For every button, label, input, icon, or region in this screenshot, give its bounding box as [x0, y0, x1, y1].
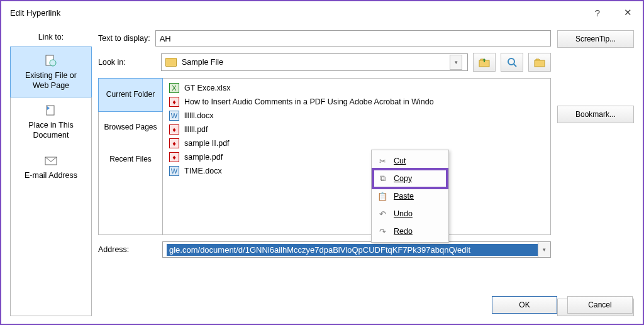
- svg-line-6: [514, 64, 516, 67]
- edit-hyperlink-dialog: Edit Hyperlink ? ✕ Link to: Existing Fil…: [0, 0, 644, 325]
- address-label: Address:: [98, 245, 156, 254]
- pdf-icon: ♦: [169, 124, 179, 135]
- dialog-title: Edit Hyperlink: [10, 8, 60, 18]
- link-to-email[interactable]: E-mail Address: [11, 147, 91, 187]
- envelope-icon: [43, 153, 58, 168]
- cancel-button[interactable]: Cancel: [567, 296, 633, 314]
- svg-point-1: [50, 60, 56, 66]
- link-to-existing-file[interactable]: Existing File or Web Page: [10, 47, 92, 97]
- text-to-display-label: Text to display:: [98, 34, 150, 43]
- list-item[interactable]: Wllllll.docx: [164, 109, 549, 123]
- pdf-icon: ♦: [169, 97, 179, 107]
- ctx-copy[interactable]: ⧉ Copy: [374, 170, 447, 187]
- look-in-value: Sample File: [182, 58, 223, 67]
- link-to-place-in-doc[interactable]: Place in This Document: [11, 97, 91, 146]
- address-combobox[interactable]: gle.com/document/d/1GNNi6ailhMcczye7dpaB…: [162, 241, 551, 258]
- redo-icon: ↷: [377, 226, 387, 236]
- tab-recent-files[interactable]: Recent Files: [99, 143, 162, 176]
- chevron-down-icon[interactable]: ▾: [450, 55, 462, 70]
- context-menu: ✂ Cut ⧉ Copy 📋 Paste ↶ Undo ↷ Redo: [371, 150, 449, 243]
- svg-point-5: [508, 58, 514, 65]
- globe-page-icon: [43, 53, 58, 69]
- text-to-display-row: Text to display:: [98, 30, 551, 47]
- chevron-down-icon[interactable]: ▾: [538, 242, 550, 257]
- look-in-dropdown[interactable]: Sample File ▾: [161, 53, 468, 71]
- dialog-footer-buttons: OK Cancel: [492, 296, 633, 314]
- list-item[interactable]: WTIME.docx: [164, 164, 549, 178]
- folder-icon: [165, 58, 177, 67]
- file-list[interactable]: XGT Exce.xlsx ♦How to Insert Audio Comme…: [163, 79, 550, 234]
- right-button-column: ScreenTip... Bookmark... Remove Link: [557, 30, 634, 316]
- link-to-panel: Link to: Existing File or Web Page: [10, 30, 92, 316]
- ctx-paste: 📋 Paste: [374, 187, 447, 205]
- excel-icon: X: [169, 83, 179, 93]
- address-row: Address: gle.com/document/d/1GNNi6ailhMc…: [98, 241, 551, 258]
- ctx-undo: ↶ Undo: [374, 205, 447, 223]
- ctx-redo: ↷ Redo: [374, 223, 447, 240]
- browse-file-button[interactable]: [528, 53, 551, 72]
- link-to-label: Link to:: [10, 30, 92, 47]
- scissors-icon: ✂: [377, 156, 387, 166]
- file-browser: Current Folder Browsed Pages Recent File…: [98, 78, 551, 235]
- word-icon: W: [169, 166, 179, 176]
- copy-icon: ⧉: [377, 174, 387, 184]
- up-one-level-button[interactable]: [473, 53, 496, 72]
- look-in-row: Look in: Sample File ▾: [98, 53, 551, 72]
- pdf-icon: ♦: [169, 138, 179, 148]
- pdf-icon: ♦: [169, 152, 179, 162]
- address-input[interactable]: gle.com/document/d/1GNNi6ailhMcczye7dpaB…: [167, 244, 538, 256]
- dialog-body: Link to: Existing File or Web Page: [1, 24, 643, 324]
- close-button[interactable]: ✕: [613, 1, 643, 24]
- browser-tabs: Current Folder Browsed Pages Recent File…: [99, 79, 163, 234]
- word-icon: W: [169, 111, 179, 121]
- bookmark-button[interactable]: Bookmark...: [557, 106, 634, 123]
- clipboard-icon: 📋: [377, 191, 387, 201]
- list-item[interactable]: ♦llllll.pdf: [164, 123, 549, 136]
- svg-rect-7: [535, 60, 545, 67]
- list-item[interactable]: ♦sample.pdf: [164, 150, 549, 164]
- browse-web-button[interactable]: [501, 53, 523, 72]
- ok-button[interactable]: OK: [492, 296, 557, 314]
- tab-browsed-pages[interactable]: Browsed Pages: [99, 111, 162, 144]
- list-item[interactable]: ♦How to Insert Audio Comments in a PDF U…: [164, 95, 549, 109]
- look-in-label: Look in:: [98, 58, 156, 67]
- help-button[interactable]: ?: [582, 1, 613, 24]
- undo-icon: ↶: [377, 209, 387, 219]
- titlebar: Edit Hyperlink ? ✕: [1, 1, 643, 24]
- link-to-tiles: Existing File or Web Page Place in This …: [10, 47, 92, 316]
- main-panel: Text to display: Look in: Sample File ▾: [98, 30, 551, 316]
- list-item[interactable]: ♦sample II.pdf: [164, 136, 549, 150]
- list-item[interactable]: XGT Exce.xlsx: [164, 81, 549, 95]
- ctx-cut[interactable]: ✂ Cut: [374, 152, 447, 170]
- document-target-icon: [43, 103, 58, 118]
- text-to-display-input[interactable]: [155, 30, 551, 47]
- tab-current-folder[interactable]: Current Folder: [98, 78, 163, 112]
- screentip-button[interactable]: ScreenTip...: [557, 30, 634, 48]
